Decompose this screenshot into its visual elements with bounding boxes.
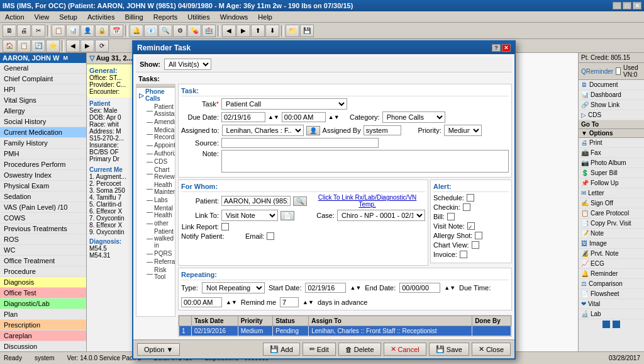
tb-btn-13[interactable]: 💊 bbox=[187, 25, 201, 37]
tree-patient-walked-in[interactable]: — Patient walked in bbox=[136, 227, 175, 249]
right-letter[interactable]: ✉ Letter bbox=[579, 188, 644, 198]
tree-chart-review[interactable]: — Chart Review bbox=[136, 166, 175, 181]
source-input[interactable] bbox=[221, 138, 379, 148]
right-print[interactable]: 🖨 Print bbox=[579, 138, 644, 148]
tree-labs[interactable]: — Labs bbox=[136, 196, 175, 204]
patient-search-btn[interactable]: 🔍 bbox=[293, 196, 307, 206]
scroll-up-btn[interactable] bbox=[602, 321, 610, 328]
tree-medical-records[interactable]: — Medical Records bbox=[136, 126, 175, 141]
table-row[interactable]: 1 02/19/2016 Medium Pending Lenihan, Cha… bbox=[179, 326, 511, 336]
nav-procedures-perform[interactable]: Procedures Perform bbox=[0, 159, 86, 170]
click-to-link-btn[interactable]: Click To Link Rx/Lab/Diagnostic/VN Temp. bbox=[309, 194, 425, 208]
tree-pqrs[interactable]: — PQRS bbox=[136, 249, 175, 258]
tb-btn-7[interactable]: 🔒 bbox=[95, 25, 109, 37]
category-select[interactable]: Phone Calls bbox=[382, 111, 445, 123]
assigned-to-select[interactable]: Lenihan, Charles : F... bbox=[222, 125, 304, 136]
note-textarea[interactable] bbox=[221, 150, 509, 173]
right-ecg[interactable]: 📈 ECG bbox=[579, 259, 644, 269]
right-prvt-note[interactable]: 🔏 Prvt. Note bbox=[579, 249, 644, 259]
close-button[interactable]: ✕ Close bbox=[472, 343, 511, 356]
email-check[interactable] bbox=[267, 232, 274, 240]
allergy-shot-check[interactable] bbox=[475, 232, 482, 239]
option-button[interactable]: Option ▼ bbox=[137, 343, 180, 356]
right-care-protocol[interactable]: 📋 Care Protocol bbox=[579, 208, 644, 219]
tb-btn-2[interactable]: 🖨 bbox=[17, 25, 31, 37]
remind-days-input[interactable] bbox=[280, 297, 299, 307]
task-select[interactable]: Patient Call bbox=[221, 98, 347, 110]
tree-authorizations[interactable]: — Authorizations bbox=[136, 149, 175, 157]
nav-office-test[interactable]: Office Test bbox=[0, 288, 86, 299]
nav-chief-complaint[interactable]: Chief Complaint bbox=[0, 74, 86, 84]
nav-prescription[interactable]: Prescription bbox=[0, 320, 86, 331]
add-button[interactable]: 💾 Add bbox=[263, 343, 300, 356]
nav-plan[interactable]: Plan bbox=[0, 309, 86, 320]
nav-cows[interactable]: COWS bbox=[0, 213, 86, 224]
nav-oswestry-index[interactable]: Oswestry Index bbox=[0, 170, 86, 181]
tb2-btn-2[interactable]: 📋 bbox=[17, 40, 31, 52]
nav-careplan[interactable]: Careplan bbox=[0, 331, 86, 341]
qreminder-check[interactable] bbox=[616, 67, 621, 75]
nav-sedation[interactable]: Sedation bbox=[0, 191, 86, 202]
due-date-input[interactable] bbox=[221, 112, 265, 122]
due-time2-input[interactable] bbox=[181, 297, 222, 307]
bill-check[interactable] bbox=[447, 213, 455, 220]
tb2-btn-3[interactable]: 🔄 bbox=[31, 40, 45, 52]
tb-btn-3[interactable]: ✂ bbox=[31, 25, 45, 37]
right-reminder[interactable]: 🔔 Reminder bbox=[579, 269, 644, 279]
tb-btn-14[interactable]: 🏥 bbox=[202, 25, 216, 37]
nav-ros[interactable]: ROS bbox=[0, 234, 86, 245]
nav-vas[interactable]: VAS (Pain Level) /10 bbox=[0, 202, 86, 213]
assigned-to-icon-btn[interactable]: 👤 bbox=[306, 126, 320, 135]
nav-pmh[interactable]: PMH bbox=[0, 149, 86, 159]
nav-general[interactable]: General bbox=[0, 63, 86, 74]
tb-btn-4[interactable]: 📋 bbox=[52, 25, 65, 37]
nav-allergy[interactable]: Allergy bbox=[0, 106, 86, 117]
tb2-btn-5[interactable]: ◀ bbox=[66, 40, 80, 52]
maximize-btn[interactable]: □ bbox=[623, 2, 631, 9]
tb2-btn-6[interactable]: ▶ bbox=[80, 40, 94, 52]
scroll-down-btn[interactable] bbox=[613, 321, 620, 328]
case-select[interactable]: Chiro - NP - 0001 - 02/15/16 bbox=[337, 210, 425, 221]
tb2-btn-1[interactable]: 🏠 bbox=[3, 40, 16, 52]
type-select[interactable]: Not Repeating bbox=[202, 282, 265, 293]
tree-mental-health[interactable]: — Mental Health bbox=[136, 204, 175, 219]
tb-btn-17[interactable]: ⬆ bbox=[251, 25, 265, 37]
right-cds[interactable]: ▷ CDS bbox=[579, 110, 644, 120]
menu-action[interactable]: Action bbox=[3, 13, 27, 21]
nav-hpi[interactable]: HPI bbox=[0, 84, 86, 95]
nav-office-treatment[interactable]: Office Treatment bbox=[0, 256, 86, 266]
menu-activities[interactable]: Activities bbox=[85, 13, 117, 21]
priority-select[interactable]: Medium bbox=[444, 125, 482, 136]
tb-btn-8[interactable]: 📅 bbox=[109, 25, 123, 37]
menu-setup[interactable]: Setup bbox=[57, 13, 80, 21]
nav-previous-treatments[interactable]: Previous Treatments bbox=[0, 224, 86, 234]
menu-reports[interactable]: Reports bbox=[151, 13, 180, 21]
tree-health-maintenance[interactable]: — Health Maintenance bbox=[136, 181, 175, 196]
tb2-btn-4[interactable]: ⭐ bbox=[46, 40, 60, 52]
menu-utilities[interactable]: Utilities bbox=[185, 13, 212, 21]
tb-btn-9[interactable]: 🔔 bbox=[130, 25, 143, 37]
nav-procedure[interactable]: Procedure bbox=[0, 266, 86, 277]
due-time-input[interactable] bbox=[282, 112, 326, 122]
close-btn[interactable]: ✕ bbox=[633, 2, 641, 9]
tb-btn-6[interactable]: 👤 bbox=[80, 25, 94, 37]
link-to-select[interactable]: Visit Note bbox=[221, 210, 278, 221]
right-image[interactable]: 🖼 Image bbox=[579, 239, 644, 249]
qreminder-btn[interactable]: QReminder bbox=[581, 68, 613, 75]
right-comparison[interactable]: ⚖ Comparison bbox=[579, 279, 644, 289]
tb-btn-12[interactable]: ⚙ bbox=[173, 25, 187, 37]
tb-btn-20[interactable]: 💾 bbox=[300, 25, 314, 37]
right-lab[interactable]: 🔬 Lab bbox=[579, 309, 644, 319]
tb-btn-10[interactable]: 📧 bbox=[144, 25, 158, 37]
right-copy-prv-visit[interactable]: 📑 Copy Prv. Visit bbox=[579, 219, 644, 229]
right-photo-album[interactable]: 📷 Photo Album bbox=[579, 158, 644, 168]
tb-btn-19[interactable]: 📁 bbox=[286, 25, 299, 37]
dialog-close-btn[interactable]: ✕ bbox=[502, 44, 511, 52]
right-fax[interactable]: 📠 Fax bbox=[579, 148, 644, 158]
nav-current-medication[interactable]: Current Medication bbox=[0, 127, 86, 138]
right-flowsheet[interactable]: 📄 Flowsheet bbox=[579, 289, 644, 299]
tb-btn-11[interactable]: 🔍 bbox=[158, 25, 172, 37]
edit-button[interactable]: ✏ Edit bbox=[303, 343, 336, 356]
cancel-button[interactable]: ✕ Cancel bbox=[384, 343, 426, 356]
right-super-bill[interactable]: 💲 Super Bill bbox=[579, 168, 644, 178]
